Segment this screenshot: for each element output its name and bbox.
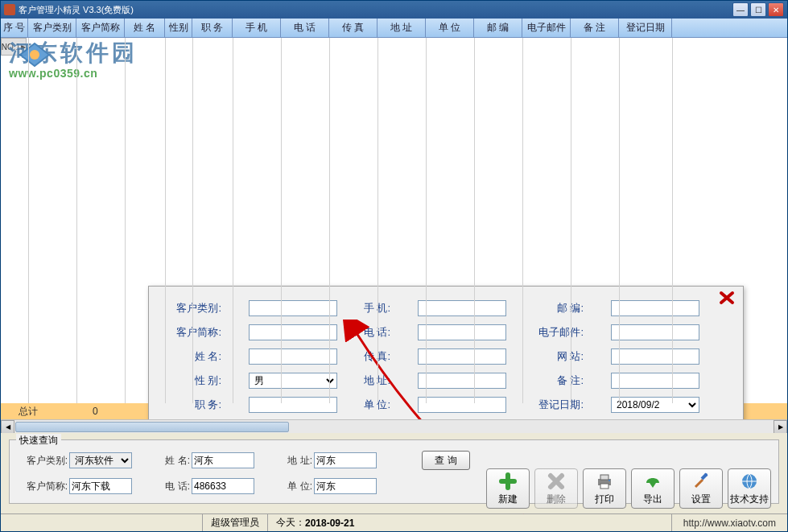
label-category: 客户类别: bbox=[168, 301, 225, 315]
column-header[interactable]: 备 注 bbox=[571, 19, 619, 37]
titlebar: 客户管理小精灵 V3.3(免费版) — ☐ ✕ bbox=[1, 1, 787, 19]
label-regdate: 登记日期: bbox=[530, 398, 587, 412]
close-button[interactable]: ✕ bbox=[768, 2, 784, 17]
label-email: 电子邮件: bbox=[530, 325, 587, 340]
globe-icon bbox=[739, 472, 760, 491]
dialog-close-button[interactable] bbox=[719, 291, 735, 305]
status-user: 超级管理员 bbox=[202, 514, 267, 531]
search-select-category[interactable]: 河东软件 bbox=[69, 452, 132, 468]
row-indicator: NO.1▶ bbox=[1, 38, 27, 56]
scroll-right-button[interactable]: ▶ bbox=[774, 420, 787, 434]
select-gender[interactable]: 男 bbox=[249, 373, 337, 389]
scroll-left-button[interactable]: ◀ bbox=[1, 420, 14, 434]
svg-rect-2 bbox=[600, 475, 609, 480]
column-header[interactable]: 登记日期 bbox=[619, 19, 672, 37]
input-shortname[interactable] bbox=[249, 324, 337, 340]
label-zip: 邮 编: bbox=[530, 301, 587, 315]
grid-header: 序 号客户类别客户简称姓 名性别职 务手 机电 话传 真地 址单 位邮 编电子邮… bbox=[1, 19, 787, 38]
column-header[interactable]: 客户简称 bbox=[76, 19, 125, 37]
label-name: 姓 名: bbox=[168, 349, 225, 364]
toolbar-support-button[interactable]: 技术支持 bbox=[728, 468, 771, 509]
input-name[interactable] bbox=[249, 348, 337, 365]
column-header[interactable]: 姓 名 bbox=[125, 19, 165, 37]
toolbar-settings-label: 设置 bbox=[691, 493, 711, 506]
column-header[interactable]: 序 号 bbox=[1, 19, 28, 37]
search-label-address: 地 址: bbox=[262, 454, 312, 468]
status-today-value: 2018-09-21 bbox=[305, 518, 354, 529]
input-email[interactable] bbox=[611, 324, 699, 340]
label-remark: 备 注: bbox=[530, 373, 587, 388]
search-input-shortname[interactable] bbox=[69, 478, 132, 494]
search-input-address[interactable] bbox=[314, 452, 377, 468]
select-regdate[interactable]: 2018/09/2 bbox=[611, 397, 699, 413]
plus-icon bbox=[497, 472, 518, 491]
close-icon bbox=[719, 291, 735, 305]
label-gender: 性 别: bbox=[168, 373, 225, 388]
toolbar-new-button[interactable]: 新建 bbox=[486, 468, 530, 509]
row-indicator-label: NO.1 bbox=[2, 43, 20, 52]
toolbar-delete-label: 删除 bbox=[547, 493, 566, 506]
search-input-company[interactable] bbox=[314, 478, 377, 494]
toolbar-new-label: 新建 bbox=[498, 493, 518, 506]
status-url: http://www.xiaotv.com bbox=[671, 514, 787, 531]
export-icon bbox=[642, 472, 663, 491]
input-phone[interactable] bbox=[418, 324, 506, 340]
column-header[interactable]: 单 位 bbox=[426, 19, 474, 37]
svg-point-5 bbox=[704, 473, 708, 476]
toolbar-delete-button: 删除 bbox=[534, 468, 578, 509]
print-icon bbox=[594, 472, 615, 491]
input-category[interactable] bbox=[249, 300, 337, 316]
search-label-company: 单 位: bbox=[262, 480, 312, 493]
delete-icon bbox=[546, 472, 567, 491]
toolbar-print-button[interactable]: 打印 bbox=[583, 468, 626, 509]
toolbar-support-label: 技术支持 bbox=[730, 493, 769, 506]
column-header[interactable]: 客户类别 bbox=[28, 19, 76, 37]
toolbar-print-label: 打印 bbox=[595, 493, 614, 506]
column-header[interactable]: 电子邮件 bbox=[522, 19, 571, 37]
search-label-shortname: 客户简称: bbox=[18, 480, 68, 493]
scroll-thumb[interactable] bbox=[15, 422, 289, 432]
label-shortname: 客户简称: bbox=[168, 325, 225, 340]
column-header[interactable]: 传 真 bbox=[329, 19, 377, 37]
column-header[interactable]: 手 机 bbox=[233, 19, 281, 37]
search-input-phone[interactable] bbox=[192, 478, 254, 494]
column-header[interactable]: 邮 编 bbox=[474, 19, 522, 37]
input-mobile[interactable] bbox=[418, 300, 506, 316]
toolbar-settings-button[interactable]: 设置 bbox=[679, 468, 723, 509]
label-website: 网 站: bbox=[530, 349, 587, 364]
search-label-phone: 电 话: bbox=[140, 480, 190, 493]
search-label-name: 姓 名: bbox=[140, 454, 190, 468]
toolbar: 新建 删除 打印 导出 bbox=[486, 468, 771, 509]
column-header[interactable]: 性别 bbox=[165, 19, 192, 37]
minimize-button[interactable]: — bbox=[732, 2, 749, 17]
svg-rect-3 bbox=[600, 484, 609, 489]
input-company[interactable] bbox=[418, 397, 506, 413]
settings-icon bbox=[691, 472, 712, 491]
grid-body[interactable]: NO.1▶ 河东软件园 www.pc0359.cn 客户类别: bbox=[1, 38, 787, 403]
input-website[interactable] bbox=[611, 348, 699, 365]
input-remark[interactable] bbox=[611, 373, 699, 389]
input-zip[interactable] bbox=[611, 300, 699, 316]
search-input-name[interactable] bbox=[192, 452, 254, 468]
search-label-category: 客户类别: bbox=[18, 454, 68, 468]
input-position[interactable] bbox=[249, 397, 337, 413]
app-icon bbox=[4, 4, 15, 15]
input-address[interactable] bbox=[418, 373, 506, 389]
toolbar-export-button[interactable]: 导出 bbox=[631, 468, 675, 509]
label-position: 职 务: bbox=[168, 398, 225, 412]
search-button[interactable]: 查 询 bbox=[422, 451, 470, 470]
svg-point-0 bbox=[30, 50, 39, 60]
horizontal-scrollbar[interactable]: ◀ ▶ bbox=[1, 419, 787, 433]
search-legend: 快速查询 bbox=[16, 434, 61, 447]
svg-point-4 bbox=[609, 480, 610, 481]
toolbar-export-label: 导出 bbox=[643, 493, 662, 506]
column-header[interactable]: 职 务 bbox=[192, 19, 233, 37]
column-header[interactable]: 电 话 bbox=[281, 19, 329, 37]
input-fax[interactable] bbox=[418, 348, 506, 365]
status-today: 今天： 2018-09-21 bbox=[267, 514, 362, 531]
column-header[interactable]: 地 址 bbox=[377, 19, 426, 37]
totals-value: 0 bbox=[93, 406, 98, 417]
maximize-button[interactable]: ☐ bbox=[750, 2, 766, 17]
statusbar: 超级管理员 今天： 2018-09-21 http://www.xiaotv.c… bbox=[1, 513, 787, 531]
window-title: 客户管理小精灵 V3.3(免费版) bbox=[19, 4, 732, 16]
